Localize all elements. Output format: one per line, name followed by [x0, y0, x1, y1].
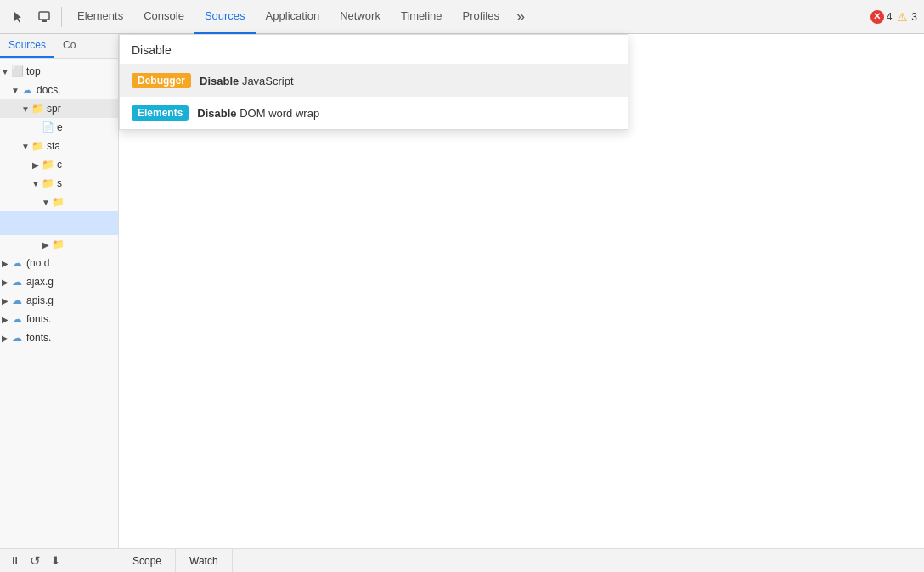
elements-badge: Elements: [132, 105, 189, 121]
tree-item-s[interactable]: ▼ 📁 s: [0, 174, 118, 193]
tab-console[interactable]: Console: [133, 0, 194, 34]
tab-elements[interactable]: Elements: [67, 0, 133, 34]
inspect-icon[interactable]: [32, 5, 56, 29]
tree-item-sub-s[interactable]: ▼ 📁: [0, 193, 118, 211]
tree-arrow: ▶: [31, 160, 41, 170]
tree-item-c[interactable]: ▶ 📁 c: [0, 155, 118, 174]
tree-label: docs.: [37, 84, 115, 96]
tree-label: top: [26, 65, 115, 77]
tree-arrow: ▼: [20, 104, 31, 114]
folder-icon: 📁: [41, 158, 54, 171]
tree-item-docs[interactable]: ▼ ☁ docs.: [0, 81, 118, 99]
autocomplete-item-disable-js[interactable]: Debugger Disable JavaScript: [120, 64, 628, 97]
tree-item-no-domain[interactable]: ▶ ☁ (no d: [0, 254, 118, 272]
frame-icon: ⬜: [10, 64, 24, 78]
cloud-icon: ☁: [10, 312, 24, 326]
sources-sub-tabs: Sources Co: [0, 34, 118, 59]
tree-label: ajax.g: [26, 276, 115, 288]
cloud-icon: ☁: [20, 83, 34, 97]
tree-arrow: ▼: [0, 67, 10, 76]
debugger-badge: Debugger: [132, 73, 191, 88]
tree-label: fonts.: [26, 332, 115, 344]
tree-arrow: ▶: [0, 296, 10, 306]
tree-arrow: ▼: [10, 86, 20, 95]
devtools-toolbar: Elements Console Sources Application Net…: [0, 0, 924, 34]
right-panel: Disable Debugger Disable JavaScript Elem…: [119, 34, 924, 572]
tree-arrow: ▶: [0, 259, 10, 268]
tree-item-apis[interactable]: ▶ ☁ apis.g: [0, 291, 118, 310]
tree-label: apis.g: [26, 294, 115, 306]
sources-panel: Sources Co ▼ ⬜ top ▼ ☁ docs.: [0, 34, 119, 572]
error-icon: ✕: [870, 10, 884, 24]
file-tree[interactable]: ▼ ⬜ top ▼ ☁ docs. ▼ 📁 spr: [0, 59, 118, 572]
tree-arrow: ▼: [20, 142, 31, 151]
tab-timeline[interactable]: Timeline: [391, 0, 453, 34]
tree-label: sta: [47, 140, 115, 152]
tree-item-fonts1[interactable]: ▶ ☁ fonts.: [0, 310, 118, 328]
tab-overflow[interactable]: »: [510, 0, 532, 34]
reload-icon[interactable]: ↺: [27, 553, 42, 569]
tree-item-top[interactable]: ▼ ⬜ top: [0, 62, 118, 81]
file-icon: 📄: [41, 121, 54, 134]
autocomplete-item-disable-dom[interactable]: Elements Disable DOM word wrap: [120, 97, 628, 129]
tree-arrow: ▶: [0, 334, 10, 343]
error-count: 4: [887, 11, 893, 23]
tree-item-fonts2[interactable]: ▶ ☁ fonts.: [0, 328, 118, 347]
step-into-icon[interactable]: ⬇: [48, 553, 63, 569]
tab-sources[interactable]: Sources: [194, 0, 256, 34]
tab-bar: Elements Console Sources Application Net…: [67, 0, 869, 34]
tab-network[interactable]: Network: [330, 0, 391, 34]
tab-profiles[interactable]: Profiles: [453, 0, 510, 34]
tree-arrow: ▼: [41, 198, 51, 207]
svg-rect-0: [39, 12, 49, 20]
cloud-icon: ☁: [10, 256, 24, 270]
cloud-icon: ☁: [10, 294, 24, 307]
svg-rect-1: [42, 20, 47, 22]
folder-icon: 📁: [41, 177, 54, 190]
debug-controls: ⏸ ↺ ⬇: [0, 548, 119, 572]
scope-watch-bar: Scope Watch: [119, 548, 924, 572]
tree-arrow: ▼: [31, 179, 41, 188]
cloud-icon: ☁: [10, 275, 24, 289]
autocomplete-header: Disable: [120, 35, 628, 64]
tree-arrow: ▶: [0, 315, 10, 324]
tree-arrow: ▶: [41, 240, 51, 250]
folder-icon: 📁: [51, 195, 65, 209]
tab-application[interactable]: Application: [256, 0, 330, 34]
scope-tab[interactable]: Scope: [119, 549, 176, 573]
cursor-icon[interactable]: [7, 5, 31, 29]
watch-tab[interactable]: Watch: [176, 549, 233, 573]
folder-icon: 📁: [31, 102, 44, 115]
tree-item-spr[interactable]: ▼ 📁 spr: [0, 99, 118, 118]
tree-item-e[interactable]: 📄 e: [0, 118, 118, 137]
toolbar-divider: [61, 7, 62, 27]
autocomplete-text-js: Disable JavaScript: [200, 75, 294, 87]
error-badge[interactable]: ✕ 4: [870, 10, 893, 24]
folder-icon: 📁: [51, 238, 65, 251]
tree-item-sta[interactable]: ▼ 📁 sta: [0, 137, 118, 155]
tree-label: c: [57, 159, 115, 171]
warning-badge[interactable]: ⚠ 3: [895, 10, 917, 24]
warning-icon: ⚠: [895, 10, 909, 24]
main-area: Sources Co ▼ ⬜ top ▼ ☁ docs.: [0, 34, 924, 572]
toolbar-right: ✕ 4 ⚠ 3: [870, 10, 917, 24]
tree-item-gap[interactable]: [0, 211, 118, 235]
sub-tab-content-scripts[interactable]: Co: [54, 34, 84, 58]
tree-label: spr: [47, 103, 115, 115]
folder-icon: 📁: [31, 139, 44, 153]
pause-button[interactable]: ⏸: [7, 553, 22, 569]
tree-label: s: [57, 177, 115, 189]
tree-item-ajax[interactable]: ▶ ☁ ajax.g: [0, 272, 118, 291]
autocomplete-dropdown: Disable Debugger Disable JavaScript Elem…: [119, 34, 628, 130]
autocomplete-text-dom: Disable DOM word wrap: [197, 107, 319, 120]
tree-item-gap2[interactable]: ▶ 📁: [0, 235, 118, 254]
warning-count: 3: [911, 11, 917, 23]
tree-arrow: ▶: [0, 278, 10, 287]
cloud-icon: ☁: [10, 331, 24, 345]
tree-label: (no d: [26, 257, 115, 269]
sub-tab-sources[interactable]: Sources: [0, 34, 54, 58]
tree-label: fonts.: [26, 313, 115, 325]
tree-label: e: [57, 121, 115, 133]
